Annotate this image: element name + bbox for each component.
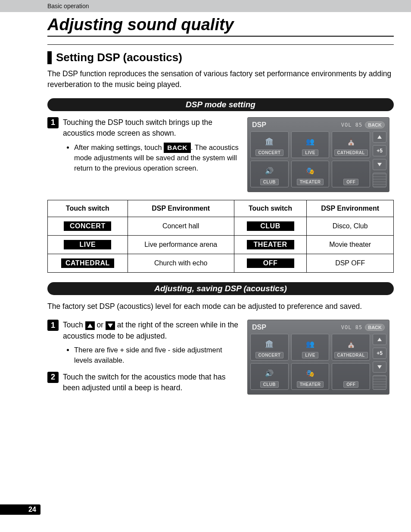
- touch-key: CONCERT: [64, 221, 111, 231]
- adj-step-1: 1 Touch or at the right of the screen wh…: [47, 320, 239, 342]
- td-env: Church with echo: [128, 254, 234, 272]
- dsp-vol: VOL 85: [341, 324, 362, 330]
- dsp-cell-theater[interactable]: 🎭THEATER: [291, 161, 330, 187]
- dsp-cell-label: CLUB: [260, 381, 279, 388]
- td-env: DSP OFF: [307, 254, 394, 272]
- step-number: 1: [47, 320, 59, 331]
- td-key: CLUB: [234, 217, 307, 235]
- theater-icon: 🎭: [306, 365, 314, 381]
- up-arrow-icon: [85, 321, 95, 330]
- dsp-cell-label: CONCERT: [255, 352, 284, 358]
- td-env: Concert hall: [128, 217, 234, 235]
- dsp-table: Touch switch DSP Environment Touch switc…: [47, 200, 394, 273]
- td-key: LIVE: [48, 235, 128, 254]
- dsp-cell-label: OFF: [343, 381, 358, 388]
- step-text: Touch or at the right of the screen whil…: [63, 320, 239, 342]
- dsp-down-button[interactable]: [373, 361, 386, 373]
- header-breadcrumb-bar: Basic operation: [0, 0, 411, 12]
- heading-marker: [47, 51, 52, 64]
- page-number: 24: [22, 504, 40, 515]
- adjust-row: 1 Touch or at the right of the screen wh…: [47, 320, 394, 396]
- dsp-up-button[interactable]: [373, 334, 386, 345]
- dsp-side-controls: +5: [373, 334, 386, 390]
- chevron-up-icon: [377, 338, 382, 341]
- page-title: Adjusting sound quality: [47, 16, 394, 34]
- dsp-grid-wrap: 🏛️CONCERT 👥LIVE ⛪CATHEDRAL 🔊CLUB 🎭THEATE…: [250, 131, 386, 187]
- dsp-vol-value: 85: [355, 324, 362, 330]
- svg-marker-0: [377, 135, 382, 139]
- dsp-vol-value: 85: [355, 122, 362, 128]
- dsp-vol: VOL 85: [341, 122, 362, 128]
- dsp-header-right: VOL 85 BACK: [341, 324, 385, 331]
- dsp-cell-cathedral[interactable]: ⛪CATHEDRAL: [332, 334, 370, 361]
- text-mid: or: [97, 320, 105, 329]
- dsp-grid: 🏛️CONCERT 👥LIVE ⛪CATHEDRAL 🔊CLUB 🎭THEATE…: [250, 334, 370, 390]
- step-text: Touching the DSP touch switch brings up …: [63, 117, 239, 139]
- dsp-cell-label: OFF: [343, 179, 358, 185]
- dsp-level-value: +5: [373, 348, 386, 359]
- dsp-cell-concert[interactable]: 🏛️CONCERT: [250, 334, 289, 361]
- td-key: THEATER: [234, 235, 307, 254]
- dsp-cell-label: LIVE: [302, 149, 318, 156]
- club-icon: 🔊: [265, 365, 274, 381]
- dsp-side-controls: +5: [373, 131, 386, 187]
- cathedral-icon: ⛪: [347, 134, 355, 149]
- dsp-cell-live[interactable]: 👥LIVE: [291, 334, 330, 361]
- subheading-row: Setting DSP (acoustics): [47, 51, 394, 64]
- dsp-cell-label: CATHEDRAL: [334, 352, 368, 358]
- text-pre: Touch: [63, 320, 85, 329]
- table-row: CATHEDRAL Church with echo OFF DSP OFF: [48, 254, 394, 272]
- dsp-cell-concert[interactable]: 🏛️CONCERT: [250, 131, 289, 158]
- step1-left: 1 Touching the DSP touch switch brings u…: [47, 117, 239, 180]
- step1-bullets: After making settings, touch BACK. The a…: [67, 143, 239, 174]
- page-title-row: Adjusting sound quality: [47, 16, 394, 37]
- dsp-down-button[interactable]: [373, 159, 386, 170]
- th: Touch switch: [48, 200, 128, 217]
- dsp-cell-off[interactable]: OFF: [332, 363, 370, 390]
- td-env: Disco, Club: [307, 217, 394, 235]
- dsp-cell-theater[interactable]: 🎭THEATER: [291, 363, 330, 390]
- adj-step-2: 2 Touch the switch for the acoustics mod…: [47, 372, 239, 394]
- touch-key: OFF: [247, 258, 294, 268]
- dsp-vol-label: VOL: [341, 324, 352, 330]
- dsp-scroll-strip[interactable]: [373, 173, 386, 187]
- concert-icon: 🏛️: [265, 336, 274, 352]
- intro-paragraph: The DSP function reproduces the sensatio…: [47, 68, 394, 90]
- dsp-table-body: CONCERT Concert hall CLUB Disco, Club LI…: [48, 217, 394, 272]
- svg-marker-4: [377, 338, 382, 341]
- td-env: Movie theater: [307, 235, 394, 254]
- dsp-up-button[interactable]: [373, 131, 386, 143]
- dsp-cell-label: CONCERT: [255, 149, 284, 156]
- dsp-cell-club[interactable]: 🔊CLUB: [250, 363, 289, 390]
- dsp-cell-label: THEATER: [297, 381, 324, 388]
- svg-marker-2: [87, 324, 93, 328]
- dsp-grid: 🏛️CONCERT 👥LIVE ⛪CATHEDRAL 🔊CLUB 🎭THEATE…: [250, 131, 370, 187]
- th: DSP Environment: [128, 200, 234, 217]
- td-key: CONCERT: [48, 217, 128, 235]
- dsp-title: DSP: [252, 121, 266, 129]
- dsp-header: DSP VOL 85 BACK: [250, 120, 386, 131]
- dsp-grid-wrap: 🏛️CONCERT 👥LIVE ⛪CATHEDRAL 🔊CLUB 🎭THEATE…: [250, 334, 386, 390]
- step1-bullet: After making settings, touch BACK. The a…: [74, 143, 239, 174]
- dsp-cell-off[interactable]: OFF: [332, 161, 370, 187]
- dsp-back-button[interactable]: BACK: [365, 324, 385, 331]
- dsp-screen-2: DSP VOL 85 BACK 🏛️CONCERT 👥LIVE ⛪CATHEDR…: [247, 320, 389, 395]
- manual-page: Basic operation Adjusting sound quality …: [0, 0, 411, 532]
- touch-key: LIVE: [64, 240, 111, 249]
- dsp-cell-live[interactable]: 👥LIVE: [291, 131, 330, 158]
- cathedral-icon: ⛪: [347, 336, 355, 352]
- adjust-intro: The factory set DSP (acoustics) level fo…: [47, 301, 394, 312]
- dsp-back-button[interactable]: BACK: [365, 121, 385, 128]
- live-icon: 👥: [306, 336, 314, 352]
- dsp-cell-label: THEATER: [297, 179, 324, 185]
- dsp-cell-cathedral[interactable]: ⛪CATHEDRAL: [332, 131, 370, 158]
- breadcrumb: Basic operation: [47, 3, 89, 9]
- dsp-cell-label: LIVE: [302, 352, 318, 358]
- th: DSP Environment: [307, 200, 394, 217]
- dsp-scroll-strip[interactable]: [373, 375, 386, 390]
- touch-key: CATHEDRAL: [61, 258, 114, 268]
- touch-key: CLUB: [247, 221, 294, 231]
- touch-key: THEATER: [247, 240, 294, 249]
- adjust-right: DSP VOL 85 BACK 🏛️CONCERT 👥LIVE ⛪CATHEDR…: [247, 320, 394, 395]
- dsp-cell-club[interactable]: 🔊CLUB: [250, 161, 289, 187]
